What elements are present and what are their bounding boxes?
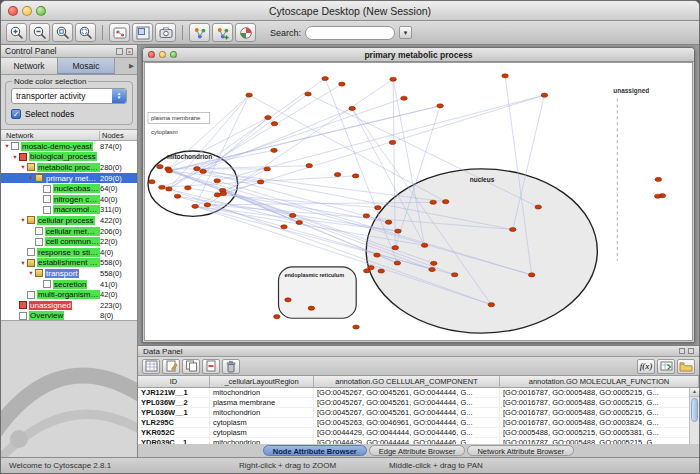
network-node[interactable]	[392, 246, 399, 250]
network-node[interactable]	[509, 227, 516, 231]
column-header-2[interactable]: annotation.GO CELLULAR_COMPONENT	[314, 376, 500, 387]
network-tree-item[interactable]: unassigned223(0)	[1, 300, 137, 311]
close-panel-icon[interactable]: ×	[126, 48, 133, 55]
select-nodes-checkbox[interactable]: ✓	[11, 109, 21, 119]
tree-expander-icon[interactable]: ▼	[19, 164, 27, 170]
open-folder-icon[interactable]	[677, 359, 695, 374]
network-node[interactable]	[535, 205, 542, 209]
trash-icon[interactable]	[222, 359, 240, 374]
network-node[interactable]	[159, 185, 166, 189]
network-tree-item[interactable]: secretion41(0)	[1, 279, 137, 290]
network-node[interactable]	[157, 165, 164, 169]
network-node[interactable]	[322, 76, 329, 80]
network-node[interactable]	[220, 192, 227, 196]
network-node[interactable]	[265, 116, 272, 120]
network-node[interactable]	[374, 253, 381, 257]
network-node[interactable]	[174, 194, 181, 198]
network-node[interactable]	[541, 93, 548, 97]
network-node[interactable]	[395, 229, 402, 233]
network-tree-item[interactable]: cellular metabolic p...206(0)	[1, 226, 137, 237]
network-node[interactable]	[655, 177, 662, 181]
attribute-select-icon[interactable]	[142, 359, 160, 374]
network-node[interactable]	[339, 82, 346, 86]
network-node[interactable]	[429, 267, 436, 271]
network-node[interactable]	[394, 261, 401, 265]
network-node[interactable]	[389, 140, 396, 144]
network-node[interactable]	[363, 214, 370, 218]
search-input[interactable]	[305, 26, 395, 40]
attribute-delete-icon[interactable]	[202, 359, 220, 374]
network-node[interactable]	[528, 273, 535, 277]
network-node[interactable]	[353, 325, 360, 329]
float-data-panel-icon[interactable]	[679, 348, 685, 354]
network-tree-item[interactable]: cell communication22(0)	[1, 236, 137, 247]
zoom-selected-icon[interactable]	[52, 23, 73, 42]
network-node[interactable]	[430, 261, 437, 265]
network-node[interactable]	[296, 220, 303, 224]
column-header-0[interactable]: ID	[138, 376, 210, 387]
tab-edge-attribute-browser[interactable]: Edge Attribute Browser	[369, 445, 466, 456]
network-node[interactable]	[437, 104, 444, 108]
graphics-details-icon[interactable]	[109, 23, 130, 42]
column-header-3[interactable]: annotation.GO MOLECULAR_FUNCTION	[500, 376, 699, 387]
tree-expander-icon[interactable]: ▼	[27, 270, 35, 276]
search-options-arrow-icon[interactable]: ▼	[399, 26, 412, 39]
network-tree-item[interactable]: nucleobase, nucleos...64(0)	[1, 183, 137, 194]
tree-expander-icon[interactable]: ▼	[27, 175, 35, 181]
zoom-in-icon[interactable]	[6, 23, 27, 42]
network-node[interactable]	[194, 167, 201, 171]
network-node[interactable]	[192, 204, 199, 208]
network-tree-item[interactable]: macromolecule met...311(0)	[1, 205, 137, 216]
network-node[interactable]	[305, 92, 312, 96]
zoom-fit-icon[interactable]	[75, 23, 96, 42]
float-panel-icon[interactable]	[116, 48, 123, 55]
minimize-view-button[interactable]	[159, 51, 166, 58]
network-node[interactable]	[430, 200, 437, 204]
network-node[interactable]	[375, 206, 382, 210]
close-button[interactable]	[8, 6, 18, 16]
snapshot-icon[interactable]	[155, 23, 176, 42]
network-tree-item[interactable]: ▼biological_process	[1, 152, 137, 163]
tree-expander-icon[interactable]: ▼	[19, 260, 27, 266]
network-node[interactable]	[488, 303, 495, 307]
network-node[interactable]	[654, 194, 661, 198]
network-node[interactable]	[502, 74, 509, 78]
network-canvas[interactable]: plasma membrane cytoplasm mitochondrion …	[145, 63, 692, 340]
network-tree-item[interactable]: ▼establishment of loc...558(0)	[1, 258, 137, 269]
network-node[interactable]	[334, 173, 341, 177]
network-tree-item[interactable]: ▼transport558(0)	[1, 268, 137, 279]
network-node[interactable]	[364, 269, 371, 273]
node-color-dropdown[interactable]: transporter activity ▲▼	[11, 88, 127, 104]
network-node[interactable]	[281, 225, 288, 229]
network-node[interactable]	[401, 96, 408, 100]
network-node[interactable]	[264, 167, 271, 171]
network-tree-item[interactable]: ▼cellular process422(0)	[1, 215, 137, 226]
table-row[interactable]: YJR121W__1mitochondrion[GO:0045267, GO:0…	[138, 388, 699, 398]
birds-eye-view-icon[interactable]	[132, 23, 153, 42]
network-node[interactable]	[390, 77, 397, 81]
network-node[interactable]	[349, 106, 356, 110]
network-node[interactable]	[200, 169, 207, 173]
close-data-panel-icon[interactable]	[688, 348, 694, 354]
network-node[interactable]	[308, 306, 315, 310]
zoom-out-icon[interactable]	[29, 23, 50, 42]
network-node[interactable]	[185, 186, 192, 190]
import-network-icon[interactable]	[189, 23, 210, 42]
network-tree-item[interactable]: ▼metabolic process280(0)	[1, 162, 137, 173]
network-node[interactable]	[285, 298, 292, 302]
network-node[interactable]	[204, 203, 211, 207]
network-node[interactable]	[246, 93, 253, 97]
nodes-column-header[interactable]: Nodes	[99, 131, 137, 140]
network-node[interactable]	[166, 169, 173, 173]
column-header-1[interactable]: _cellularLayoutRegion	[210, 376, 314, 387]
tab-network-attribute-browser[interactable]: Network Attribute Browser	[467, 445, 574, 456]
zoom-window-button[interactable]	[36, 6, 46, 16]
tree-expander-icon[interactable]: ▼	[11, 154, 19, 160]
scroll-up-icon[interactable]: ▲	[690, 388, 699, 397]
network-node[interactable]	[385, 220, 392, 224]
network-tree-item[interactable]: response to stimulus4(0)	[1, 247, 137, 258]
table-row[interactable]: YKR052Ccytoplasm[GO:0044429, GO:0044444,…	[138, 428, 699, 438]
tree-expander-icon[interactable]: ▼	[3, 143, 11, 149]
zoom-view-button[interactable]	[170, 51, 177, 58]
network-node[interactable]	[378, 269, 385, 273]
